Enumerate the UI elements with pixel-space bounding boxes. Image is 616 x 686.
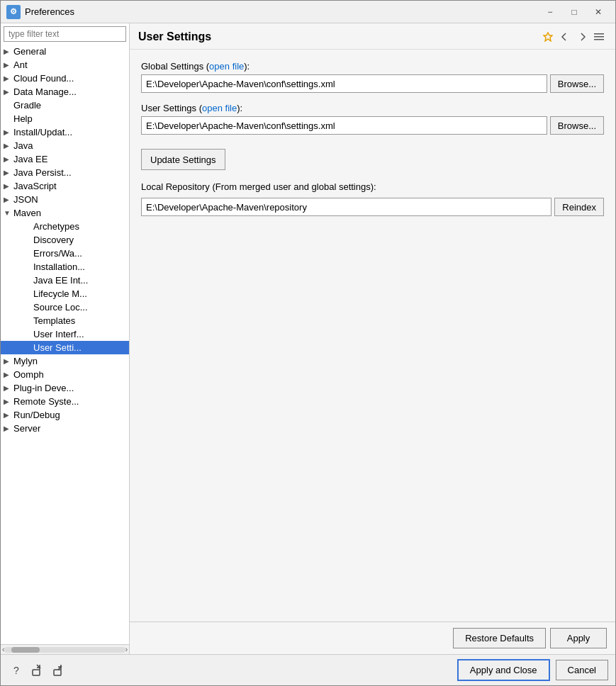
sidebar-item-label: Java EE xyxy=(13,154,47,164)
sidebar-item-label: Archetypes xyxy=(33,221,79,232)
sidebar-item-remote-systems[interactable]: ▶ Remote Syste... xyxy=(1,395,129,408)
sidebar-item-maven-installation[interactable]: Installation... xyxy=(1,260,129,274)
sidebar-item-maven-user-settings[interactable]: User Setti... xyxy=(1,341,129,354)
sidebar-item-label: JSON xyxy=(13,194,38,205)
reindex-button[interactable]: Reindex xyxy=(554,198,604,216)
back-button[interactable] xyxy=(557,29,573,45)
sidebar-item-java-ee[interactable]: ▶ Java EE xyxy=(1,152,129,166)
right-panel: User Settings xyxy=(130,23,615,654)
sidebar-item-ant[interactable]: ▶ Ant xyxy=(1,58,129,72)
sidebar-item-label: Lifecycle M... xyxy=(33,288,87,299)
sidebar-item-javascript[interactable]: ▶ JavaScript xyxy=(1,179,129,193)
sidebar-item-java-persist[interactable]: ▶ Java Persist... xyxy=(1,166,129,179)
global-settings-browse-button[interactable]: Browse... xyxy=(550,74,604,93)
sidebar-item-label: Discovery xyxy=(33,235,74,245)
sidebar-item-label: Installation... xyxy=(33,262,85,272)
local-repo-input-row: Reindex xyxy=(141,198,604,216)
panel-title: User Settings xyxy=(138,30,540,43)
filter-input[interactable] xyxy=(4,26,126,42)
apply-and-close-button[interactable]: Apply and Close xyxy=(457,659,550,681)
sidebar-item-label: Templates xyxy=(33,315,75,326)
expand-arrow: ▶ xyxy=(4,155,13,163)
sidebar-item-label: Java EE Int... xyxy=(33,275,88,286)
svg-rect-5 xyxy=(54,670,61,675)
action-bar: Restore Defaults Apply xyxy=(130,622,615,654)
global-settings-label: Global Settings (open file): xyxy=(141,61,604,72)
user-settings-link[interactable]: open file xyxy=(202,103,237,113)
sidebar-item-maven[interactable]: ▼ Maven xyxy=(1,206,129,220)
sidebar-item-maven-lifecycle[interactable]: Lifecycle M... xyxy=(1,287,129,300)
apply-button[interactable]: Apply xyxy=(550,628,607,648)
bottom-bar: ? Apply and Close Cancel xyxy=(1,654,615,685)
maximize-button[interactable]: □ xyxy=(563,4,586,20)
sidebar-item-label: User Interf... xyxy=(33,329,84,339)
sidebar-item-label: Source Loc... xyxy=(33,302,88,313)
title-bar: ⚙ Preferences − □ ✕ xyxy=(1,1,615,23)
svg-rect-2 xyxy=(594,39,604,40)
import-button[interactable] xyxy=(50,662,67,679)
hscroll-thumb[interactable] xyxy=(11,647,40,653)
sidebar-item-label: JavaScript xyxy=(13,181,57,191)
window-controls: − □ ✕ xyxy=(539,4,610,20)
close-button[interactable]: ✕ xyxy=(587,4,610,20)
expand-arrow: ▶ xyxy=(4,61,13,69)
sidebar-item-plug-in-devel[interactable]: ▶ Plug-in Deve... xyxy=(1,381,129,395)
hscroll-track[interactable] xyxy=(4,647,125,653)
sidebar-item-maven-source-loc[interactable]: Source Loc... xyxy=(1,300,129,314)
cancel-button[interactable]: Cancel xyxy=(556,660,608,680)
local-repo-label: Local Repository (From merged user and g… xyxy=(141,181,604,192)
help-button[interactable]: ? xyxy=(8,662,25,679)
global-settings-input[interactable] xyxy=(141,74,547,93)
menu-button[interactable] xyxy=(591,29,607,45)
sidebar-item-oomph[interactable]: ▶ Oomph xyxy=(1,368,129,381)
user-settings-label: User Settings (open file): xyxy=(141,103,604,113)
sidebar-item-run-debug[interactable]: ▶ Run/Debug xyxy=(1,408,129,422)
sidebar-item-label: Server xyxy=(13,423,40,434)
sidebar-item-label: Oomph xyxy=(13,369,44,380)
expand-arrow: ▶ xyxy=(4,142,13,150)
sidebar-item-install-update[interactable]: ▶ Install/Updat... xyxy=(1,125,129,139)
expand-arrow: ▶ xyxy=(4,398,13,405)
sidebar-item-label: Ant xyxy=(13,60,28,70)
sidebar-item-label: General xyxy=(13,46,46,57)
tree-area: ▶ General ▶ Ant ▶ Cloud Found... ▶ Data … xyxy=(1,45,129,644)
sidebar-item-server[interactable]: ▶ Server xyxy=(1,422,129,435)
sidebar-item-label: Errors/Wa... xyxy=(33,248,82,259)
expand-arrow: ▶ xyxy=(4,47,13,55)
sidebar-item-data-manager[interactable]: ▶ Data Manage... xyxy=(1,85,129,99)
sidebar-item-help[interactable]: Help xyxy=(1,112,129,125)
sidebar-item-label: Install/Updat... xyxy=(13,127,72,137)
expand-arrow: ▼ xyxy=(4,209,13,217)
sidebar-item-maven-discovery[interactable]: Discovery xyxy=(1,233,129,247)
sidebar-item-label: Mylyn xyxy=(13,356,38,366)
sidebar-item-json[interactable]: ▶ JSON xyxy=(1,193,129,206)
svg-rect-0 xyxy=(594,33,604,35)
minimize-button[interactable]: − xyxy=(539,4,561,20)
sidebar-item-label: Run/Debug xyxy=(13,410,60,420)
sidebar-item-maven-templates[interactable]: Templates xyxy=(1,314,129,327)
local-repo-row: Local Repository (From merged user and g… xyxy=(141,181,604,216)
sidebar-item-gradle[interactable]: Gradle xyxy=(1,99,129,112)
sidebar-item-maven-archetypes[interactable]: Archetypes xyxy=(1,220,129,233)
scroll-right-arrow[interactable]: › xyxy=(125,646,128,653)
sidebar-item-cloud-found[interactable]: ▶ Cloud Found... xyxy=(1,72,129,85)
bottom-icons: ? xyxy=(8,662,452,679)
expand-arrow: ▶ xyxy=(4,182,13,190)
restore-defaults-button[interactable]: Restore Defaults xyxy=(453,628,546,648)
user-settings-browse-button[interactable]: Browse... xyxy=(550,116,604,135)
local-repo-input[interactable] xyxy=(141,198,551,216)
sidebar-item-mylyn[interactable]: ▶ Mylyn xyxy=(1,354,129,368)
sidebar-item-general[interactable]: ▶ General xyxy=(1,45,129,58)
sidebar-item-java[interactable]: ▶ Java xyxy=(1,139,129,152)
pin-button[interactable] xyxy=(540,29,556,45)
sidebar-item-maven-java-ee[interactable]: Java EE Int... xyxy=(1,274,129,287)
update-settings-button[interactable]: Update Settings xyxy=(141,149,225,170)
global-settings-link[interactable]: open file xyxy=(209,61,244,72)
sidebar-item-maven-user-interface[interactable]: User Interf... xyxy=(1,327,129,341)
forward-button[interactable] xyxy=(574,29,590,45)
expand-arrow: ▶ xyxy=(4,384,13,392)
export-button[interactable] xyxy=(29,662,46,679)
expand-arrow: ▶ xyxy=(4,88,13,96)
user-settings-input[interactable] xyxy=(141,116,547,135)
sidebar-item-maven-errors[interactable]: Errors/Wa... xyxy=(1,247,129,260)
